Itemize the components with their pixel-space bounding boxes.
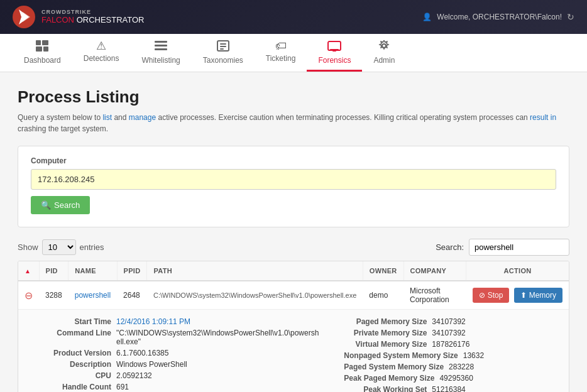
nav-item-detections[interactable]: ⚠ Detections (72, 34, 131, 72)
detail-grid: Start Time 12/4/2016 1:09:11 PM Command … (28, 317, 559, 392)
sort-asc-icon: ▲ (25, 268, 31, 275)
nav-item-dashboard[interactable]: Dashboard (13, 34, 72, 72)
logo-falcon-icon (13, 6, 35, 28)
ticketing-label: Ticketing (266, 54, 296, 63)
stop-icon: ⊘ (479, 291, 485, 300)
show-label: Show (18, 242, 38, 252)
stop-label: Stop (488, 291, 503, 300)
paged-system-label: Paged System Memory Size (344, 362, 449, 371)
detail-row: Start Time 12/4/2016 1:09:11 PM Command … (18, 310, 569, 393)
forensics-icon (327, 40, 341, 53)
paged-memory-label: Paged Memory Size (344, 317, 432, 326)
cpu-value: 2.0592132 (116, 371, 152, 380)
svg-rect-9 (155, 48, 167, 50)
manage-link[interactable]: manage (129, 113, 156, 122)
virtual-memory-label: Virtual Memory Size (344, 340, 432, 349)
taxonomies-icon (217, 40, 229, 53)
nav-item-admin[interactable]: Admin (362, 34, 406, 72)
virtual-memory-value: 187826176 (432, 340, 469, 349)
peak-paged-label: Peak Paged Memory Size (344, 374, 439, 383)
show-entries: Show 10 25 50 100 entries (18, 239, 104, 255)
detail-start-time: Start Time 12/4/2016 1:09:11 PM (28, 317, 319, 326)
whitelisting-label: Whitelisting (141, 56, 180, 65)
th-sort[interactable]: ▲ (18, 261, 39, 281)
detail-description: Description Windows PowerShell (28, 360, 319, 369)
computer-search-card: Computer 🔍 Search (18, 146, 569, 227)
private-memory-label: Private Memory Size (344, 329, 432, 337)
dashboard-label: Dashboard (24, 56, 61, 65)
header: CROWDSTRIKE FALCON ORCHESTRATOR 👤 Welcom… (0, 0, 587, 34)
detail-nonpaged-memory: Nonpaged System Memory Size 13632 (344, 351, 559, 360)
product-version-label: Product Version (28, 349, 116, 357)
stop-button[interactable]: ⊘ Stop (473, 288, 510, 303)
header-user: 👤 Welcome, ORCHESTRATOR\Falcon! ↻ (422, 12, 574, 22)
taxonomies-label: Taxonomies (203, 56, 243, 65)
search-label: Search: (436, 242, 464, 252)
remove-icon[interactable]: ⊖ (25, 290, 33, 301)
table-controls: Show 10 25 50 100 entries Search: (18, 239, 569, 256)
svg-rect-3 (36, 40, 41, 45)
svg-rect-13 (220, 48, 224, 50)
memory-button[interactable]: ⬆ Memory (514, 288, 562, 303)
peak-working-label: Peak Working Set (344, 385, 432, 392)
detail-peak-working: Peak Working Set 51216384 (344, 385, 559, 392)
detail-command-line: Command Line "C:\WINDOWS\system32\Window… (28, 329, 319, 346)
paged-memory-value: 34107392 (432, 317, 465, 326)
nav-item-forensics[interactable]: Forensics (307, 34, 362, 72)
nonpaged-memory-label: Nonpaged System Memory Size (344, 351, 463, 360)
nav-item-taxonomies[interactable]: Taxonomies (192, 34, 255, 72)
main-content: Process Listing Query a system below to … (0, 72, 587, 392)
search-icon: 🔍 (41, 200, 51, 210)
falcon-label: FALCON (41, 15, 74, 24)
memory-icon: ⬆ (520, 291, 527, 300)
orchestrator-label: ORCHESTRATOR (77, 15, 145, 24)
svg-rect-8 (155, 45, 167, 46)
detections-label: Detections (84, 54, 119, 63)
page-description: Query a system below to list and manage … (18, 112, 569, 134)
detail-col-left: Start Time 12/4/2016 1:09:11 PM Command … (28, 317, 319, 392)
svg-rect-14 (328, 41, 341, 50)
detail-cpu: CPU 2.0592132 (28, 371, 319, 380)
start-time-value: 12/4/2016 1:09:11 PM (116, 317, 190, 326)
detail-peak-paged: Peak Paged Memory Size 49295360 (344, 374, 559, 383)
whitelisting-icon (155, 40, 167, 53)
entries-select[interactable]: 10 25 50 100 (42, 239, 76, 255)
admin-label: Admin (373, 56, 395, 65)
th-owner[interactable]: OWNER (363, 261, 403, 281)
detail-paged-memory: Paged Memory Size 34107392 (344, 317, 559, 326)
svg-rect-4 (42, 40, 48, 45)
td-path: C:\WINDOWS\system32\WindowsPowerShell\v1… (147, 281, 363, 310)
computer-input[interactable] (31, 169, 556, 190)
command-line-value: "C:\WINDOWS\system32\WindowsPowerShell\v… (116, 329, 319, 346)
list-link[interactable]: list (102, 113, 112, 122)
table-search-input[interactable] (469, 239, 569, 256)
nonpaged-memory-value: 13632 (463, 351, 484, 360)
svg-rect-11 (220, 43, 226, 45)
search-button[interactable]: 🔍 Search (31, 196, 90, 214)
th-ppid[interactable]: PPID (117, 261, 147, 281)
handle-count-value: 691 (116, 383, 129, 391)
th-pid[interactable]: PID (39, 261, 69, 281)
nav-item-ticketing[interactable]: 🏷 Ticketing (255, 34, 307, 72)
result-link[interactable]: result in (530, 113, 556, 122)
td-remove: ⊖ (18, 281, 39, 310)
falcon-orchestrator-label: FALCON ORCHESTRATOR (41, 16, 145, 24)
th-path[interactable]: PATH (147, 261, 363, 281)
td-ppid: 2648 (117, 281, 147, 310)
detail-col-right: Paged Memory Size 34107392 Private Memor… (344, 317, 559, 392)
td-name[interactable]: powershell (69, 281, 117, 310)
detail-product-version: Product Version 6.1.7600.16385 (28, 349, 319, 357)
td-action: ⊘ Stop ⬆ Memory (466, 281, 569, 310)
detail-cell: Start Time 12/4/2016 1:09:11 PM Command … (18, 310, 569, 393)
detail-virtual-memory: Virtual Memory Size 187826176 (344, 340, 559, 349)
svg-rect-16 (332, 51, 336, 52)
th-company[interactable]: COMPANY (403, 261, 466, 281)
refresh-icon[interactable]: ↻ (567, 12, 574, 22)
process-table: ▲ PID NAME PPID PATH OWNER COMPANY ACTIO… (18, 261, 569, 392)
peak-paged-value: 49295360 (439, 374, 473, 383)
nav-item-whitelisting[interactable]: Whitelisting (130, 34, 191, 72)
td-pid: 3288 (39, 281, 69, 310)
handle-count-label: Handle Count (28, 383, 116, 391)
th-name[interactable]: NAME (69, 261, 117, 281)
detail-paged-system: Paged System Memory Size 283228 (344, 362, 559, 371)
